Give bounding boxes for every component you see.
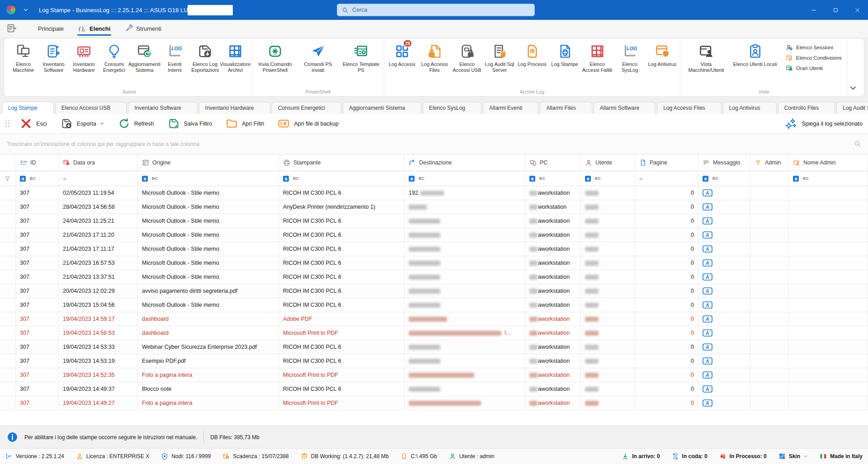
tab-close-icon[interactable]	[471, 106, 475, 110]
elenco-syslog-button[interactable]: LOGElenco SysLog	[613, 40, 646, 74]
tab-close-icon[interactable]	[645, 106, 649, 110]
table-row[interactable]: 30702/05/2023 11:19:54Microsoft Outlook …	[0, 186, 868, 200]
log-stampe-button[interactable]: Log Stampe	[548, 40, 581, 68]
doc-tab-log-accessi-files[interactable]: Log Accessi Files	[657, 102, 722, 114]
message-preview-icon[interactable]: A	[703, 343, 712, 351]
elenco-utenti-locali-button[interactable]: Elenco Utenti Locali	[731, 40, 779, 68]
doc-tab-log-audit-sql[interactable]: Log Audit Sql	[836, 102, 868, 114]
ribbon-tab-elenchi[interactable]: { }Elenchi	[71, 20, 118, 37]
doc-tab-inventario-hardware[interactable]: Inventario Hardware	[199, 102, 270, 114]
visualizzatore-archivi-button[interactable]: Visualizzatore Archivi	[220, 40, 250, 74]
tab-close-icon[interactable]	[259, 106, 264, 110]
apri-filtri-button[interactable]: Apri Filtri	[226, 117, 264, 130]
global-search-box[interactable]	[337, 4, 535, 16]
tab-close-icon[interactable]	[528, 106, 532, 110]
column-header-pc[interactable]: PC	[525, 155, 581, 171]
filter-cell-printer[interactable]: aBC	[279, 171, 405, 186]
table-row[interactable]: 30719/04/2023 14:53:19Esempio PDF.pdfRIC…	[0, 354, 868, 368]
table-row[interactable]: 30721/04/2023 13:37:51Microsoft Outlook …	[0, 270, 868, 284]
table-row[interactable]: 30719/04/2023 14:49:27Foto a pagina inte…	[0, 396, 868, 410]
message-preview-icon[interactable]: A	[703, 385, 712, 393]
table-row[interactable]: 30721/04/2023 17:11:20Microsoft Outlook …	[0, 228, 868, 242]
doc-tab-allarmi-files[interactable]: Allarmi Files	[540, 102, 592, 114]
table-row[interactable]: 30724/04/2023 11:25:21Microsoft Outlook …	[0, 214, 868, 228]
log-antivirus-button[interactable]: Log Antivirus	[646, 40, 679, 68]
elenco-macchine-button[interactable]: Elenco Macchine	[8, 40, 38, 74]
table-row[interactable]: 30721/04/2023 16:57:53Microsoft Outlook …	[0, 256, 868, 270]
table-row[interactable]: 30728/04/2023 14:56:58Microsoft Outlook …	[0, 200, 868, 214]
tab-close-icon[interactable]	[187, 106, 191, 110]
log-audit-sql-server-button[interactable]: Log Audit Sql Server	[483, 40, 516, 74]
doc-tab-log-stampe[interactable]: Log Stampe	[2, 102, 54, 114]
orari-utenti-button[interactable]: Orari Utenti	[784, 64, 843, 73]
message-preview-icon[interactable]: A	[703, 287, 712, 295]
consumi-energetici-button[interactable]: Consumi Energetici	[99, 40, 129, 74]
table-row[interactable]: 30720/04/2023 12:02:29avviso pagamento d…	[0, 284, 868, 298]
table-row[interactable]: 30721/04/2023 17:11:17Microsoft Outlook …	[0, 242, 868, 256]
tab-close-icon[interactable]	[330, 106, 335, 110]
filter-cell-nomeadmin[interactable]: aBC	[789, 171, 868, 186]
filter-cell-origin[interactable]: aBC	[138, 171, 279, 186]
apri-backup-button[interactable]: Apri file di backup	[278, 117, 339, 130]
column-header-datetime[interactable]: Data ora	[59, 155, 138, 171]
column-header-message[interactable]: Messaggio	[698, 155, 750, 171]
tab-close-icon[interactable]	[766, 106, 770, 110]
filter-cell-message[interactable]: aBC	[698, 171, 750, 186]
tab-close-icon[interactable]	[410, 106, 415, 110]
doc-tab-inventario-software[interactable]: Inventario Software	[128, 102, 197, 114]
message-preview-icon[interactable]: A	[703, 301, 712, 309]
elenco-accessi-falliti-button[interactable]: Elenco Accessi Falliti	[581, 40, 613, 74]
elenco-log-esportazioni-button[interactable]: Elenco Log Esportazioni	[190, 40, 220, 74]
search-input[interactable]	[352, 7, 530, 13]
doc-tab-elenco-accessi-usb[interactable]: Elenco Accessi USB	[55, 102, 127, 114]
tab-close-icon[interactable]	[711, 106, 715, 110]
column-header-nomeadmin[interactable]: Nome Admin	[789, 155, 868, 171]
log-accessi-files-button[interactable]: Log Accessi Files	[418, 40, 451, 74]
column-header-printer[interactable]: Stampante	[279, 155, 405, 171]
filter-cell-id[interactable]: aBC	[16, 171, 59, 186]
filter-cell-user[interactable]: aBC	[581, 171, 635, 186]
inventario-hardware-button[interactable]: Inventario Hardware	[69, 40, 99, 74]
message-preview-icon[interactable]: A	[703, 259, 712, 267]
message-preview-icon[interactable]: A	[703, 203, 712, 211]
grid-search-icon[interactable]	[854, 140, 861, 148]
eventi-interni-button[interactable]: LOGEventi Interni	[160, 40, 190, 74]
filter-cell-pages[interactable]: =	[635, 171, 698, 186]
vista-macchine-utenti-button[interactable]: Vista Macchine/Utenti	[682, 40, 731, 74]
message-preview-icon[interactable]: A	[703, 357, 712, 365]
table-row[interactable]: 30719/04/2023 15:04:56Microsoft Outlook …	[0, 298, 868, 312]
message-preview-icon[interactable]: A	[703, 245, 712, 253]
doc-tab-log-antivirus[interactable]: Log Antivirus	[723, 102, 777, 114]
elenco-accessi-usb-button[interactable]: Elenco Accessi USB	[451, 40, 483, 74]
filter-cell-datetime[interactable]: =	[59, 171, 138, 186]
column-header-id[interactable]: LOGID	[16, 155, 59, 171]
aggiornamenti-sistema-button[interactable]: Aggiornamenti Sistema	[129, 40, 160, 74]
group-by-bar[interactable]: Trascinare un'intestazione di colonna qu…	[0, 134, 868, 155]
doc-tab-allarmi-eventi[interactable]: Allarmi Eventi	[483, 102, 538, 114]
tab-close-icon[interactable]	[581, 106, 586, 110]
message-preview-icon[interactable]: A	[703, 329, 712, 337]
message-preview-icon[interactable]: A	[703, 189, 712, 197]
doc-tab-consumi-energetici[interactable]: Consumi Energetici	[272, 102, 341, 114]
message-preview-icon[interactable]: A	[703, 315, 712, 323]
esporta-button[interactable]: Esporta	[61, 117, 104, 130]
message-preview-icon[interactable]: A	[703, 399, 712, 407]
doc-tab-elenco-syslog[interactable]: Elenco SysLog	[423, 102, 481, 114]
doc-tab-aggiornamenti-sistema[interactable]: Aggiornamenti Sistema	[343, 102, 421, 114]
minimize-button[interactable]	[803, 0, 825, 20]
log-accessi-button[interactable]: 29Log Accessi	[386, 40, 418, 68]
doc-tab-allarmi-software[interactable]: Allarmi Software	[594, 102, 656, 114]
tab-close-icon[interactable]	[43, 106, 47, 110]
column-header-dest[interactable]: Destinazione	[405, 155, 525, 171]
quick-access-chevron-icon[interactable]	[23, 7, 29, 13]
filter-cell-pc[interactable]: aBC	[525, 171, 581, 186]
close-button[interactable]	[846, 0, 868, 20]
table-row[interactable]: 30719/04/2023 14:59:17dashboardAdobe PDF…	[0, 312, 868, 326]
elenco-template-ps-button[interactable]: Elenco Template PS	[340, 40, 382, 74]
filter-cell-dest[interactable]: aBC	[405, 171, 525, 186]
status-item-skin[interactable]: Skin	[778, 453, 808, 460]
elenco-condivisioni-button[interactable]: Elenco Condivisioni	[784, 53, 843, 62]
toolbar-drag-handle[interactable]	[5, 120, 10, 127]
message-preview-icon[interactable]: A	[703, 217, 712, 225]
ribbon-tab-principale[interactable]: Principale	[31, 20, 71, 37]
